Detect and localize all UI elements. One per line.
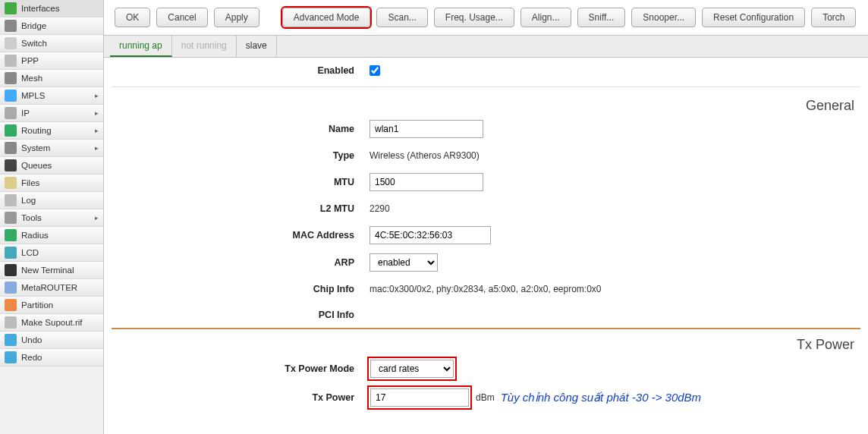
enabled-label: Enabled bbox=[112, 65, 370, 76]
section-txpower: Tx Power bbox=[112, 329, 860, 354]
ppp-icon bbox=[5, 55, 17, 67]
txpower-input[interactable] bbox=[370, 388, 469, 407]
mtu-input[interactable] bbox=[370, 173, 483, 191]
scan-button[interactable]: Scan... bbox=[376, 8, 427, 27]
new-terminal-icon bbox=[5, 264, 17, 276]
sidebar-item-partition[interactable]: Partition bbox=[0, 297, 103, 314]
sidebar-item-label: Switch bbox=[21, 39, 99, 48]
sidebar-item-label: Interfaces bbox=[21, 4, 99, 13]
sidebar-item-make-supout-rif[interactable]: Make Supout.rif bbox=[0, 314, 103, 332]
txmode-label: Tx Power Mode bbox=[112, 363, 370, 374]
sidebar-item-routing[interactable]: Routing▸ bbox=[0, 122, 103, 140]
mesh-icon bbox=[5, 72, 17, 84]
sidebar-item-label: Redo bbox=[21, 353, 99, 362]
tab-not-running[interactable]: not running bbox=[172, 36, 237, 57]
tab-slave[interactable]: slave bbox=[237, 36, 277, 57]
system-icon bbox=[5, 142, 17, 154]
queues-icon bbox=[5, 159, 17, 171]
align-button[interactable]: Align... bbox=[520, 8, 571, 27]
sidebar-item-radius[interactable]: Radius bbox=[0, 227, 103, 244]
sidebar-item-ppp[interactable]: PPP bbox=[0, 52, 103, 70]
chip-info-label: Chip Info bbox=[112, 284, 370, 294]
sidebar-item-mesh[interactable]: Mesh bbox=[0, 70, 103, 87]
sidebar-item-label: MetaROUTER bbox=[21, 283, 99, 292]
reset-config-button[interactable]: Reset Configuration bbox=[702, 8, 805, 27]
sidebar-item-lcd[interactable]: LCD bbox=[0, 244, 103, 262]
sidebar-item-log[interactable]: Log bbox=[0, 192, 103, 209]
chevron-right-icon: ▸ bbox=[95, 214, 99, 222]
sidebar-item-ip[interactable]: IP▸ bbox=[0, 105, 103, 122]
txpower-unit: dBm bbox=[476, 392, 495, 403]
sidebar-item-label: Mesh bbox=[21, 74, 99, 83]
sidebar-item-interfaces[interactable]: Interfaces bbox=[0, 0, 103, 17]
sidebar-item-system[interactable]: System▸ bbox=[0, 140, 103, 157]
sidebar-item-tools[interactable]: Tools▸ bbox=[0, 209, 103, 227]
chevron-right-icon: ▸ bbox=[95, 144, 99, 152]
sidebar-item-label: Partition bbox=[21, 300, 99, 310]
routing-icon bbox=[5, 124, 17, 137]
torch-button[interactable]: Torch bbox=[811, 8, 856, 27]
radius-icon bbox=[5, 229, 17, 241]
sniff-button[interactable]: Sniff... bbox=[577, 8, 626, 27]
ip-icon bbox=[5, 107, 17, 119]
metarouter-icon bbox=[5, 281, 17, 294]
txpower-label: Tx Power bbox=[112, 392, 370, 403]
main-panel: OK Cancel Apply Advanced Mode Scan... Fr… bbox=[104, 0, 868, 434]
switch-icon bbox=[5, 37, 17, 49]
snooper-button[interactable]: Snooper... bbox=[631, 8, 696, 27]
sidebar-item-metarouter[interactable]: MetaROUTER bbox=[0, 279, 103, 297]
sidebar-item-redo[interactable]: Redo bbox=[0, 349, 103, 366]
type-value: Wireless (Atheros AR9300) bbox=[370, 150, 480, 161]
name-label: Name bbox=[112, 124, 370, 134]
sidebar-item-label: PPP bbox=[21, 56, 99, 65]
tools-icon bbox=[5, 212, 17, 224]
sidebar-item-switch[interactable]: Switch bbox=[0, 35, 103, 52]
sidebar-item-label: LCD bbox=[21, 248, 99, 257]
sidebar-item-label: MPLS bbox=[21, 91, 90, 100]
sidebar-item-queues[interactable]: Queues bbox=[0, 157, 103, 175]
sidebar-item-undo[interactable]: Undo bbox=[0, 332, 103, 349]
mtu-label: MTU bbox=[112, 177, 370, 187]
freq-usage-button[interactable]: Freq. Usage... bbox=[434, 8, 514, 27]
sidebar-item-label: Undo bbox=[21, 335, 99, 344]
section-general: General bbox=[112, 90, 860, 115]
sidebar-item-label: Tools bbox=[21, 213, 90, 222]
status-tabs: running ap not running slave bbox=[104, 35, 868, 58]
sidebar-item-label: Bridge bbox=[21, 21, 99, 30]
files-icon bbox=[5, 177, 17, 189]
sidebar-item-new-terminal[interactable]: New Terminal bbox=[0, 262, 103, 279]
enabled-checkbox[interactable] bbox=[370, 65, 380, 76]
form-area: Enabled General Name Type Wireless (Athe… bbox=[104, 58, 868, 434]
arp-select[interactable]: enabled bbox=[370, 253, 438, 272]
chevron-right-icon: ▸ bbox=[95, 92, 99, 99]
sidebar-item-label: Routing bbox=[21, 126, 90, 135]
l2mtu-label: L2 MTU bbox=[112, 203, 370, 214]
name-input[interactable] bbox=[370, 120, 483, 138]
bridge-icon bbox=[5, 20, 17, 32]
sidebar-item-mpls[interactable]: MPLS▸ bbox=[0, 87, 103, 105]
sidebar-item-bridge[interactable]: Bridge bbox=[0, 17, 103, 35]
undo-icon bbox=[5, 334, 17, 346]
cancel-button[interactable]: Cancel bbox=[156, 8, 207, 27]
partition-icon bbox=[5, 299, 17, 311]
mac-input[interactable] bbox=[370, 226, 491, 244]
sidebar-item-label: Queues bbox=[21, 161, 99, 170]
mac-label: MAC Address bbox=[112, 230, 370, 241]
txmode-select[interactable]: card rates bbox=[370, 360, 454, 378]
chip-info-value: mac:0x300/0x2, phy:0x2834, a5:0x0, a2:0x… bbox=[370, 284, 602, 294]
chevron-right-icon: ▸ bbox=[95, 109, 99, 117]
sidebar-item-label: Radius bbox=[21, 231, 99, 240]
sidebar-item-files[interactable]: Files bbox=[0, 175, 103, 192]
sidebar-item-label: Files bbox=[21, 178, 99, 187]
advanced-mode-button[interactable]: Advanced Mode bbox=[282, 8, 371, 27]
sidebar-item-label: Make Supout.rif bbox=[21, 318, 99, 327]
toolbar: OK Cancel Apply Advanced Mode Scan... Fr… bbox=[104, 0, 868, 35]
annotation-text: Tùy chỉnh công suất phát -30 -> 30dBm bbox=[501, 391, 701, 404]
sidebar-item-label: New Terminal bbox=[21, 266, 99, 275]
apply-button[interactable]: Apply bbox=[214, 8, 259, 27]
interfaces-icon bbox=[5, 2, 17, 14]
chevron-right-icon: ▸ bbox=[95, 127, 99, 134]
tab-running-ap[interactable]: running ap bbox=[110, 36, 172, 57]
ok-button[interactable]: OK bbox=[115, 8, 150, 27]
sidebar-item-label: System bbox=[21, 143, 90, 153]
